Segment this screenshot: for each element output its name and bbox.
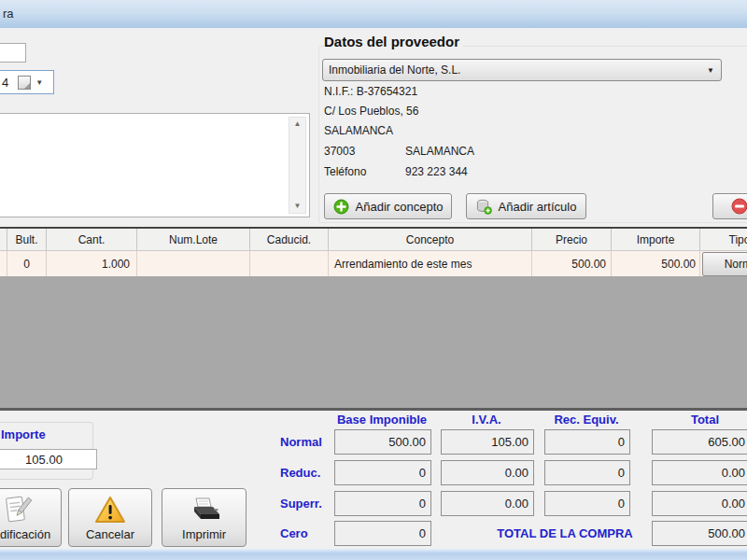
- cancel-button-label: Cancelar: [86, 527, 134, 541]
- superr-iva-value: 0.00: [441, 491, 534, 516]
- table-row[interactable]: 0 1.000 Arrendamiento de este mes 500.00…: [0, 251, 747, 276]
- scroll-up-icon[interactable]: ▲: [289, 119, 305, 130]
- warning-icon: [93, 495, 127, 526]
- row-selector-cell[interactable]: [0, 251, 7, 276]
- add-article-label: Añadir artículo: [499, 200, 577, 214]
- cell-numlote[interactable]: [137, 251, 250, 276]
- edit-document-icon: [0, 493, 34, 526]
- cero-base-value: 0: [334, 521, 431, 546]
- supplier-address: C/ Los Pueblos, 56: [324, 105, 418, 118]
- summary-label-normal: Normal: [280, 429, 332, 455]
- column-header-concepto[interactable]: Concepto: [329, 229, 532, 250]
- chevron-down-icon[interactable]: ▼: [707, 66, 714, 75]
- reduc-base-value: 0: [334, 460, 431, 485]
- column-header-cant[interactable]: Cant.: [47, 229, 137, 250]
- column-header-numlote[interactable]: Num.Lote: [137, 229, 250, 250]
- total-purchase-label: TOTAL DE LA COMPRA: [467, 521, 663, 546]
- summary-label-superr: Superr.: [280, 491, 332, 516]
- scroll-down-icon[interactable]: ▼: [289, 201, 305, 212]
- supplier-city: SALAMANCA: [324, 124, 393, 137]
- supplier-section-title: Datos del proveedor: [324, 34, 463, 49]
- summary-label-cero: Cero: [280, 521, 332, 546]
- window-title: ra: [3, 7, 14, 21]
- summary-header-iva: I.V.A.: [441, 413, 532, 427]
- superr-base-value: 0: [334, 491, 431, 516]
- modify-button[interactable]: Modificación: [0, 488, 62, 547]
- supplier-selected-value: Inmobiliaria del Norte, S.L.: [329, 63, 460, 77]
- importe-label: Importe: [1, 427, 46, 441]
- column-header-bult[interactable]: Bult.: [7, 229, 47, 250]
- superr-total-value: 0.00: [652, 491, 747, 516]
- notes-textarea[interactable]: ▲ ▼: [0, 113, 310, 217]
- add-article-button[interactable]: Añadir artículo: [466, 193, 586, 219]
- add-concept-label: Añadir concepto: [356, 200, 444, 214]
- calendar-icon[interactable]: [18, 76, 31, 90]
- grid-header-row: Bult. Cant. Num.Lote Caducid. Concepto P…: [0, 229, 747, 251]
- cell-caducid[interactable]: [250, 251, 329, 276]
- date-value: 4: [2, 76, 8, 90]
- normal-base-value: 500.00: [334, 429, 431, 455]
- normal-rec-value: 0: [544, 429, 630, 455]
- window-titlebar[interactable]: ra: [0, 0, 747, 28]
- supplier-province: SALAMANCA: [405, 145, 474, 158]
- cancel-button[interactable]: Cancelar: [68, 488, 152, 547]
- supplier-select[interactable]: Inmobiliaria del Norte, S.L. ▼: [322, 59, 722, 81]
- minus-circle-icon: [731, 198, 747, 215]
- cell-cant[interactable]: 1.000: [47, 251, 137, 276]
- summary-header-rec: Rec. Equiv.: [544, 413, 628, 427]
- summary-header-total: Total: [652, 413, 747, 427]
- grid-empty-area: [0, 276, 747, 408]
- purchase-total-value: 500.00: [652, 521, 747, 546]
- database-plus-icon: [476, 199, 492, 215]
- column-header-precio[interactable]: Precio: [532, 229, 612, 250]
- column-header-caducid[interactable]: Caducid.: [250, 229, 329, 250]
- plus-circle-icon: [333, 199, 349, 215]
- modify-button-label: Modificación: [0, 527, 50, 541]
- notes-scrollbar[interactable]: ▲ ▼: [289, 117, 306, 214]
- normal-iva-value: 105.00: [441, 429, 534, 455]
- cell-tipo-button[interactable]: Normal: [702, 252, 747, 276]
- print-button[interactable]: Imprimir: [162, 488, 247, 547]
- cell-importe[interactable]: 500.00: [612, 251, 700, 276]
- summary-label-reduc: Reduc.: [280, 460, 332, 485]
- supplier-phone-label: Teléfono: [324, 165, 366, 178]
- delete-line-button[interactable]: Eliminar: [712, 193, 747, 219]
- column-header-importe[interactable]: Importe: [612, 229, 700, 250]
- cell-precio[interactable]: 500.00: [532, 251, 612, 276]
- cell-bult[interactable]: 0: [7, 251, 47, 276]
- grid-bottom-border: [0, 408, 747, 411]
- cell-concepto[interactable]: Arrendamiento de este mes: [329, 251, 532, 276]
- importe-input[interactable]: 105.00: [0, 449, 97, 469]
- supplier-phone-number: 923 223 344: [405, 165, 468, 178]
- reduc-rec-value: 0: [544, 460, 630, 485]
- superr-rec-value: 0: [544, 491, 630, 516]
- chevron-down-icon[interactable]: ▼: [35, 78, 43, 87]
- summary-header-base: Base Imponible: [334, 413, 430, 427]
- normal-total-value: 605.00: [652, 429, 747, 455]
- printer-icon: [187, 495, 222, 526]
- window-bottom-border: [0, 549, 747, 560]
- invoice-number-input[interactable]: [0, 43, 26, 63]
- supplier-postal-code: 37003: [324, 145, 355, 158]
- add-concept-button[interactable]: Añadir concepto: [324, 193, 452, 219]
- reduc-iva-value: 0.00: [441, 460, 534, 485]
- grid-selector-column: [0, 229, 7, 250]
- invoice-date-field[interactable]: 4 ▼: [0, 70, 54, 94]
- purchase-invoice-window: ra 4 ▼ ▲ ▼ Datos del proveedor Inmobilia…: [0, 0, 747, 560]
- reduc-total-value: 0.00: [652, 460, 747, 485]
- supplier-nif: N.I.F.: B-37654321: [324, 85, 417, 98]
- column-header-tipo[interactable]: Tipo: [700, 229, 747, 250]
- print-button-label: Imprimir: [182, 527, 226, 541]
